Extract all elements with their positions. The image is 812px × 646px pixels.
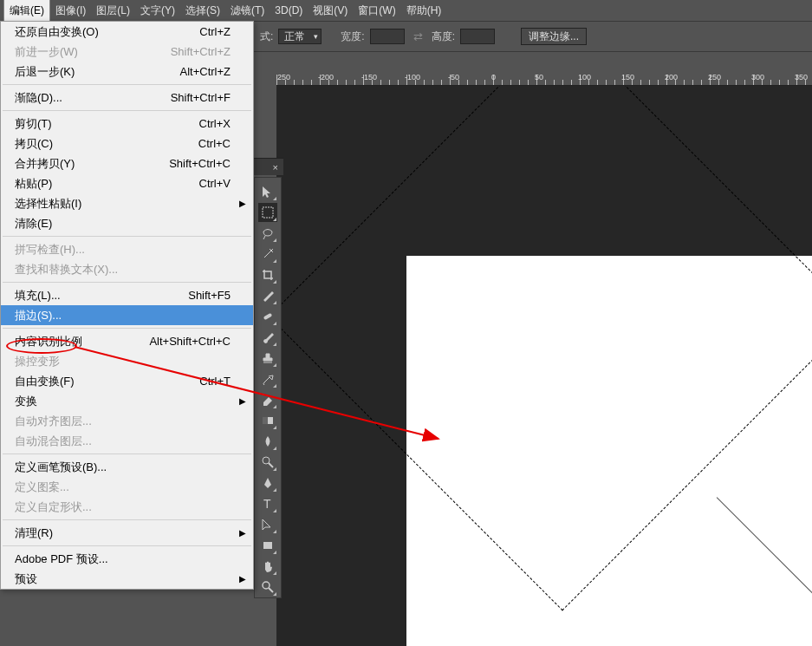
menu-entry[interactable]: 定义画笔预设(B)... (1, 457, 253, 477)
menu-item[interactable]: 图像(I) (50, 0, 91, 21)
menu-item[interactable]: 滤镜(T) (225, 0, 270, 21)
menu-entry-label: 粘贴(P) (15, 176, 52, 192)
menu-entry[interactable]: 后退一步(K)Alt+Ctrl+Z (1, 62, 253, 82)
menu-separator (3, 84, 251, 85)
menu-entry[interactable]: 清理(R)▶ (1, 523, 253, 543)
svg-point-7 (263, 582, 270, 589)
menu-separator (3, 110, 251, 111)
pen-tool-icon[interactable] (258, 473, 277, 493)
menu-item[interactable]: 窗口(W) (353, 0, 400, 21)
width-label: 宽度: (341, 29, 364, 44)
marquee-tool-icon[interactable] (258, 203, 277, 222)
menu-entry[interactable]: 清除(E) (1, 213, 253, 233)
crop-tool-icon[interactable] (258, 265, 277, 284)
wand-tool-icon[interactable] (258, 245, 277, 264)
svg-text:T: T (263, 497, 271, 511)
menu-item[interactable]: 图层(L) (91, 0, 135, 21)
menu-entry[interactable]: 自由变换(F)Ctrl+T (1, 371, 253, 391)
menu-entry-label: 剪切(T) (15, 116, 52, 132)
menu-bar: 编辑(E)图像(I)图层(L)文字(Y)选择(S)滤镜(T)3D(D)视图(V)… (0, 0, 812, 21)
menu-item[interactable]: 编辑(E) (3, 0, 50, 21)
menu-entry-label: 内容识别比例 (15, 334, 82, 349)
close-icon[interactable]: × (273, 162, 278, 173)
canvas-area[interactable] (276, 86, 812, 646)
path-tool-icon[interactable] (258, 515, 277, 534)
edit-menu: 还原自由变换(O)Ctrl+Z前进一步(W)Shift+Ctrl+Z后退一步(K… (0, 21, 254, 590)
menu-entry[interactable]: 内容识别比例Alt+Shift+Ctrl+C (1, 331, 253, 351)
menu-separator (3, 282, 251, 283)
menu-entry[interactable]: 变换▶ (1, 391, 253, 411)
menu-entry-label: 清理(R) (15, 525, 53, 541)
menu-entry[interactable]: 粘贴(P)Ctrl+V (1, 173, 253, 193)
menu-entry-label: 拼写检查(H)... (15, 242, 85, 258)
menu-separator (3, 545, 251, 546)
menu-item[interactable]: 文字(Y) (135, 0, 180, 21)
gradient-tool-icon[interactable] (258, 411, 277, 430)
menu-entry-label: 预设 (15, 571, 37, 587)
menu-item[interactable]: 帮助(H) (401, 0, 447, 21)
menu-entry-shortcut: Ctrl+Z (199, 25, 231, 38)
menu-entry-shortcut: Shift+Ctrl+F (171, 91, 231, 104)
menu-entry: 定义图案... (1, 477, 253, 497)
menu-entry-label: 定义自定形状... (15, 499, 92, 515)
ruler-label: 50 (535, 73, 543, 82)
menu-entry-label: 自动对齐图层... (15, 414, 92, 429)
menu-entry: 查找和替换文本(X)... (1, 259, 253, 279)
menu-entry[interactable]: 还原自由变换(O)Ctrl+Z (1, 22, 253, 42)
menu-entry[interactable]: 描边(S)... (1, 305, 253, 325)
menu-entry[interactable]: 填充(L)...Shift+F5 (1, 285, 253, 305)
menu-entry-shortcut: Ctrl+C (198, 137, 231, 150)
menu-entry-label: 变换 (15, 394, 37, 409)
menu-entry[interactable]: 选择性粘贴(I)▶ (1, 193, 253, 213)
menu-entry-shortcut: Ctrl+V (199, 177, 231, 190)
menu-entry[interactable]: 剪切(T)Ctrl+X (1, 114, 253, 134)
menu-entry[interactable]: 拷贝(C)Ctrl+C (1, 134, 253, 153)
menu-entry: 自动混合图层... (1, 431, 253, 451)
type-tool-icon[interactable]: T (258, 494, 277, 513)
menu-entry[interactable]: 渐隐(D)...Shift+Ctrl+F (1, 88, 253, 108)
stamp-tool-icon[interactable] (258, 349, 277, 368)
menu-item[interactable]: 视图(V) (308, 0, 353, 21)
menu-entry[interactable]: 合并拷贝(Y)Shift+Ctrl+C (1, 153, 253, 173)
dodge-tool-icon[interactable] (258, 453, 277, 472)
blur-tool-icon[interactable] (258, 432, 277, 451)
menu-entry: 拼写检查(H)... (1, 239, 253, 259)
menu-item[interactable]: 选择(S) (180, 0, 225, 21)
eyedropper-tool-icon[interactable] (258, 286, 277, 305)
link-icon[interactable]: ⇄ (410, 30, 426, 43)
ruler-label: 0 (491, 73, 496, 82)
menu-entry-label: 定义图案... (15, 480, 69, 495)
width-input[interactable] (370, 29, 405, 44)
canvas[interactable] (406, 256, 812, 646)
menu-entry-label: 操控变形 (15, 354, 60, 369)
move-tool-icon[interactable] (258, 182, 277, 201)
rect-tool-icon[interactable] (258, 536, 277, 555)
chevron-right-icon: ▶ (239, 199, 246, 208)
mode-dropdown[interactable]: 正常 (278, 29, 322, 44)
menu-entry-label: 定义画笔预设(B)... (15, 460, 107, 475)
refine-edge-button[interactable]: 调整边缘... (521, 28, 587, 45)
menu-entry-label: 后退一步(K) (15, 64, 75, 80)
menu-entry-shortcut: Alt+Ctrl+Z (179, 65, 231, 78)
menu-item[interactable]: 3D(D) (270, 0, 308, 21)
menu-entry-shortcut: Shift+Ctrl+C (169, 157, 231, 170)
hand-tool-icon[interactable] (258, 557, 277, 576)
lasso-tool-icon[interactable] (258, 224, 277, 243)
ruler-horizontal: -250-200-150-100-50050100150200250300350… (276, 70, 812, 86)
height-label: 高度: (432, 29, 455, 44)
svg-rect-1 (263, 313, 273, 320)
zoom-tool-icon[interactable] (258, 577, 277, 597)
history-tool-icon[interactable] (258, 369, 277, 388)
menu-entry[interactable]: 预设▶ (1, 569, 253, 589)
menu-entry[interactable]: Adobe PDF 预设... (1, 549, 253, 569)
menu-entry: 自动对齐图层... (1, 411, 253, 431)
tools-panel: T (254, 177, 282, 598)
brush-tool-icon[interactable] (258, 328, 277, 347)
menu-entry-label: 描边(S)... (15, 308, 62, 323)
document-tab[interactable]: × (254, 158, 283, 175)
healing-tool-icon[interactable] (258, 307, 277, 326)
menu-entry-shortcut: Shift+Ctrl+Z (171, 45, 231, 58)
eraser-tool-icon[interactable] (258, 390, 277, 409)
height-input[interactable] (460, 29, 495, 44)
ruler-label: -100 (405, 73, 420, 82)
